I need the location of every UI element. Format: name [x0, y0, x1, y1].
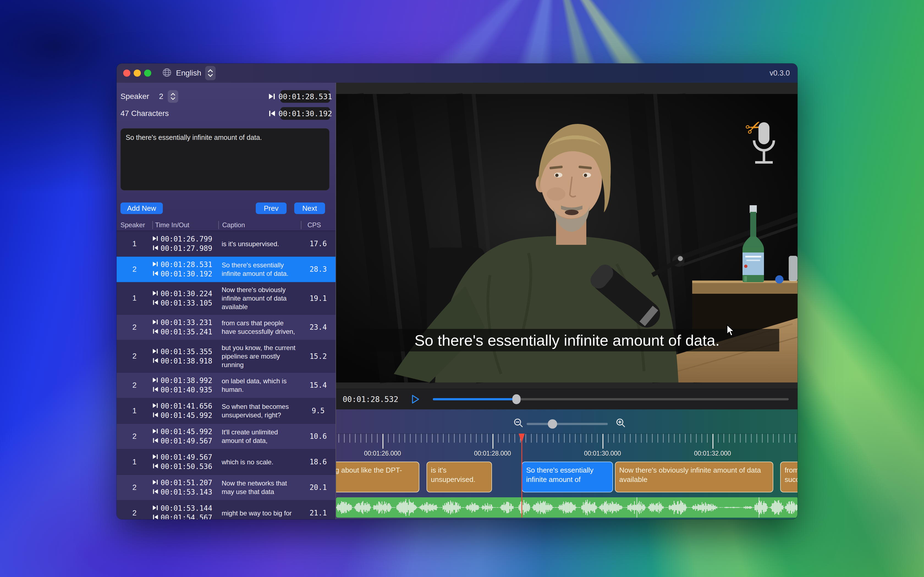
caption-text-area[interactable]: So there's essentially infinite amount o… — [120, 128, 330, 190]
caption-row[interactable]: 200:01:38.99200:01:40.935on label data, … — [116, 372, 336, 398]
timeline-block[interactable]: g about like the DPT- — [336, 462, 419, 492]
row-speaker: 1 — [116, 407, 152, 415]
prev-button[interactable]: Prev — [256, 203, 286, 214]
timeline-ruler[interactable]: 00:01:26.00000:01:28.00000:01:30.00000:0… — [336, 434, 798, 461]
caption-row[interactable]: 200:01:33.23100:01:35.241from cars that … — [116, 314, 336, 340]
ruler-tick — [553, 434, 554, 443]
row-times: 00:01:53.14400:01:54.567 — [152, 504, 218, 519]
time-in-field[interactable]: 00:01:28.531 — [281, 90, 330, 103]
row-times: 00:01:51.20700:01:53.143 — [152, 478, 218, 497]
timeline-block[interactable]: from cars that people have successfully … — [780, 462, 798, 492]
ruler-tick — [724, 434, 724, 443]
app-version: v0.3.0 — [769, 69, 790, 77]
row-caption: from cars that people have successfully … — [218, 319, 301, 336]
ruler-tick — [504, 434, 504, 443]
ruler-tick — [773, 434, 774, 443]
caption-row[interactable]: 200:01:45.99200:01:49.567It'll create un… — [116, 424, 336, 449]
caption-row[interactable]: 100:01:30.22400:01:33.105Now there's obv… — [116, 282, 336, 314]
audio-waveform[interactable] — [336, 497, 798, 517]
skip-to-out-icon[interactable] — [268, 110, 276, 117]
time-out-field[interactable]: 00:01:30.192 — [281, 107, 330, 120]
title-bar[interactable]: English v0.3.0 — [116, 63, 798, 83]
caption-row[interactable]: 100:01:41.65600:01:45.992So when that be… — [116, 398, 336, 424]
speaker-stepper[interactable] — [168, 90, 178, 103]
add-new-button[interactable]: Add New — [120, 203, 163, 214]
ruler-tick — [685, 434, 686, 443]
ruler-tick — [625, 434, 625, 443]
caption-row[interactable]: 200:01:51.20700:01:53.143Now the network… — [116, 475, 336, 500]
row-cps: 10.6 — [301, 432, 336, 440]
ruler-tick — [707, 434, 708, 443]
minimize-window-button[interactable] — [134, 69, 141, 77]
seek-slider[interactable] — [433, 394, 789, 405]
ruler-tick — [641, 434, 641, 443]
seek-thumb[interactable] — [512, 394, 520, 404]
ruler-tick — [735, 434, 735, 443]
skip-to-in-icon — [152, 505, 158, 512]
ruler-tick — [404, 434, 405, 443]
close-window-button[interactable] — [123, 69, 130, 77]
globe-icon — [162, 68, 171, 78]
header-speaker: Speaker — [116, 221, 152, 229]
timeline-block[interactable]: is it's unsupervised. — [426, 462, 492, 492]
next-button[interactable]: Next — [294, 203, 325, 214]
timeline-panel[interactable]: 00:01:26.00000:01:28.00000:01:30.00000:0… — [336, 409, 798, 519]
caption-editor-panel: Speaker 2 00:01:28.531 47 Characters — [116, 83, 336, 519]
ruler-tick — [339, 434, 339, 443]
timeline-block[interactable]: Now there's obviously infinite amount of… — [615, 462, 773, 492]
zoom-slider[interactable] — [527, 419, 608, 429]
caption-row[interactable]: 100:01:26.79900:01:27.989is it's unsuper… — [116, 231, 336, 256]
ruler-tick — [366, 434, 367, 443]
ruler-tick — [767, 434, 768, 443]
skip-to-out-icon — [152, 412, 158, 419]
ruler-tick — [718, 434, 719, 443]
skip-to-in-icon — [152, 403, 158, 410]
row-times: 00:01:26.79900:01:27.989 — [152, 234, 218, 253]
ruler-tick — [536, 434, 537, 443]
skip-to-out-icon — [152, 437, 158, 445]
row-speaker: 2 — [116, 483, 152, 492]
ruler-tick — [481, 434, 482, 443]
ruler-tick — [630, 434, 631, 443]
skip-to-in-icon — [152, 479, 158, 486]
caption-row[interactable]: 100:01:49.56700:01:50.536which is no sca… — [116, 449, 336, 475]
ruler-tick — [691, 434, 691, 443]
zoom-in-icon[interactable] — [615, 417, 627, 430]
language-select-label[interactable]: English — [176, 69, 201, 77]
ruler-tick — [657, 434, 658, 443]
ruler-tick — [415, 434, 416, 443]
ruler-tick — [696, 434, 696, 443]
caption-row[interactable]: 200:01:28.53100:01:30.192So there's esse… — [116, 256, 336, 282]
row-speaker: 2 — [116, 381, 152, 390]
video-player[interactable]: ✂ So there's essentially infinite amount… — [336, 83, 798, 389]
ruler-tick — [421, 434, 422, 443]
skip-to-in-icon — [152, 377, 158, 384]
ruler-tick — [515, 434, 515, 443]
row-times: 00:01:41.65600:01:45.992 — [152, 401, 218, 420]
caption-table-header: Speaker Time In/Out Caption CPS — [116, 221, 336, 231]
header-cps: CPS — [301, 221, 336, 229]
row-cps: 20.1 — [301, 483, 336, 492]
skip-to-in-icon — [152, 428, 158, 435]
skip-to-out-icon — [152, 270, 158, 277]
skip-to-in-icon[interactable] — [268, 93, 276, 100]
timeline-block-selected[interactable]: So there's essentially infinite amount o… — [522, 462, 613, 492]
zoom-out-icon[interactable] — [513, 417, 524, 430]
row-cps: 18.6 — [301, 458, 336, 466]
ruler-tick-label: 00:01:32.000 — [694, 450, 731, 457]
ruler-tick — [476, 434, 477, 443]
caption-row[interactable]: 200:01:53.14400:01:54.567might be way to… — [116, 500, 336, 519]
ruler-tick — [470, 434, 471, 443]
zoom-thumb[interactable] — [548, 419, 557, 429]
language-select-stepper[interactable] — [205, 66, 216, 80]
header-caption: Caption — [218, 221, 301, 229]
ruler-tick-label: 00:01:28.000 — [474, 450, 511, 457]
ruler-tick — [443, 434, 444, 443]
ruler-tick — [377, 434, 378, 443]
mouse-cursor — [727, 324, 737, 338]
row-speaker: 2 — [116, 323, 152, 332]
caption-row[interactable]: 200:01:35.35500:01:38.918but you know, t… — [116, 340, 336, 372]
play-button[interactable] — [411, 395, 420, 404]
zoom-window-button[interactable] — [144, 69, 151, 77]
ruler-tick — [646, 434, 647, 443]
